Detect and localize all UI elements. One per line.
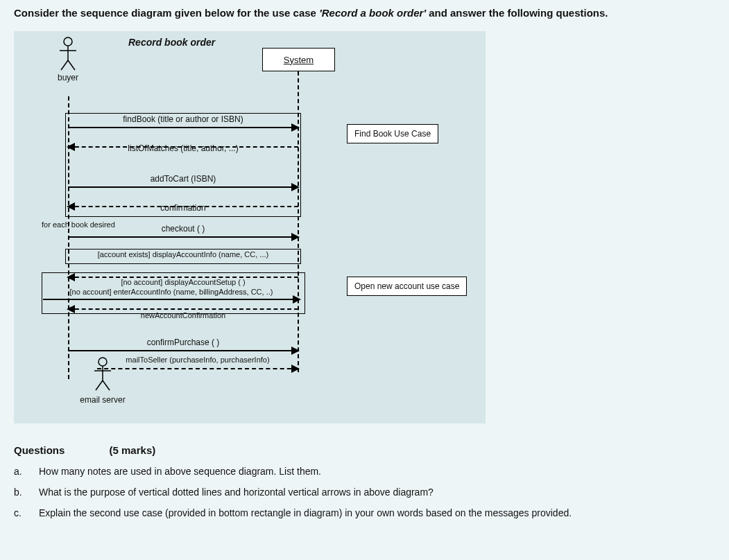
arrow-head-left-icon — [67, 143, 75, 151]
arrow-dash — [68, 308, 298, 310]
svg-point-0 — [64, 37, 72, 46]
arrow-line — [68, 236, 298, 238]
arrow-head-right-icon — [291, 183, 300, 191]
question-a-label: a. — [14, 466, 26, 477]
note-findbook-text: Find Book Use Case — [354, 129, 431, 139]
msg-confirmpurchase-text: confirmPurchase ( ) — [68, 338, 298, 347]
msg-listofmatches-text: listOfMatches (title, author, ...) — [68, 143, 298, 153]
msg-newaccountconfirmation-text: newAccountConfirmation — [68, 311, 298, 320]
msg-addtocart-text: addToCart (ISBN) — [68, 174, 298, 184]
arrow-head-right-icon — [291, 347, 300, 355]
arrow-head-right-icon — [293, 295, 301, 304]
actor-emailserver: email server — [75, 357, 130, 405]
system-label: System — [284, 55, 314, 65]
question-a-text: How many notes are used in above sequenc… — [39, 466, 321, 477]
person-icon — [92, 357, 113, 392]
arrow-line — [68, 127, 298, 128]
questions-marks: (5 marks) — [110, 444, 156, 456]
arrow-head-right-icon — [291, 233, 300, 241]
system-box: System — [262, 48, 335, 71]
person-icon — [58, 37, 78, 71]
svg-line-4 — [68, 60, 75, 70]
svg-line-3 — [61, 60, 68, 70]
msg-addtocart: addToCart (ISBN) — [68, 177, 298, 192]
question-c-label: c. — [14, 507, 26, 518]
msg-displayaccountinfo-text: [account exists] displayAccountInfo (nam… — [68, 250, 298, 259]
instruction-usecase: 'Record a book order' — [319, 7, 426, 19]
arrow-dash — [68, 146, 298, 148]
actor-buyer: buyer — [55, 37, 80, 82]
arrow-line — [68, 350, 298, 351]
question-b-text: What is the purpose of vertical dotted l… — [39, 487, 434, 498]
arrow-head-left-icon — [67, 202, 75, 211]
arrow-line — [43, 299, 300, 300]
questions-heading: Questions (5 marks) — [14, 444, 715, 456]
questions-heading-text: Questions — [14, 444, 65, 456]
svg-point-5 — [98, 358, 107, 366]
msg-enteraccountinfo-text: [no account] enterAccountInfo (name, bil… — [43, 288, 300, 296]
actor-buyer-label: buyer — [55, 73, 80, 82]
msg-displayaccountsetup-text: [no account] displayAccountSetup ( ) — [68, 278, 298, 286]
question-b: b. What is the purpose of vertical dotte… — [14, 487, 715, 498]
instruction-suffix: and answer the following questions. — [429, 7, 608, 19]
sequence-diagram: Record book order buyer System for each … — [14, 31, 486, 423]
arrow-dash — [68, 277, 298, 278]
msg-listofmatches: listOfMatches (title, author, ...) — [68, 137, 298, 152]
question-c: c. Explain the second use case (provided… — [14, 507, 715, 518]
note-findbook: Find Book Use Case — [347, 124, 438, 143]
arrow-head-left-icon — [67, 273, 75, 281]
msg-checkout: checkout ( ) — [68, 227, 298, 242]
question-c-text: Explain the second use case (provided in… — [39, 507, 572, 518]
question-a: a. How many notes are used in above sequ… — [14, 466, 715, 477]
note-opennewaccount: Open new account use case — [347, 277, 467, 296]
arrow-head-right-icon — [291, 365, 300, 373]
questions-section: Questions (5 marks) a. How many notes ar… — [14, 444, 715, 518]
instruction-prefix: Consider the sequence diagram given belo… — [14, 7, 319, 19]
msg-confirmation: confirmation — [68, 196, 298, 211]
svg-line-8 — [96, 380, 103, 390]
msg-findbook: findBook (title or author or ISBN) — [68, 117, 298, 132]
msg-confirmpurchase: confirmPurchase ( ) — [68, 340, 298, 356]
arrow-line — [68, 186, 298, 188]
question-b-label: b. — [14, 487, 26, 498]
diagram-title: Record book order — [128, 37, 215, 48]
msg-displayaccountinfo: [account exists] displayAccountInfo (nam… — [68, 250, 298, 265]
instruction-text: Consider the sequence diagram given belo… — [14, 7, 715, 19]
msg-confirmation-text: confirmation — [68, 203, 298, 213]
msg-displayaccountsetup: [no account] displayAccountSetup ( ) — [68, 274, 298, 289]
svg-line-9 — [103, 380, 110, 390]
actor-emailserver-label: email server — [75, 395, 130, 405]
msg-newaccountconfirmation: newAccountConfirmation — [68, 306, 298, 321]
msg-checkout-text: checkout ( ) — [68, 224, 298, 234]
note-opennewaccount-text: Open new account use case — [354, 281, 459, 291]
arrow-head-right-icon — [291, 123, 300, 132]
arrow-dash — [68, 206, 298, 207]
msg-findbook-text: findBook (title or author or ISBN) — [68, 114, 298, 124]
arrow-head-left-icon — [67, 305, 75, 313]
